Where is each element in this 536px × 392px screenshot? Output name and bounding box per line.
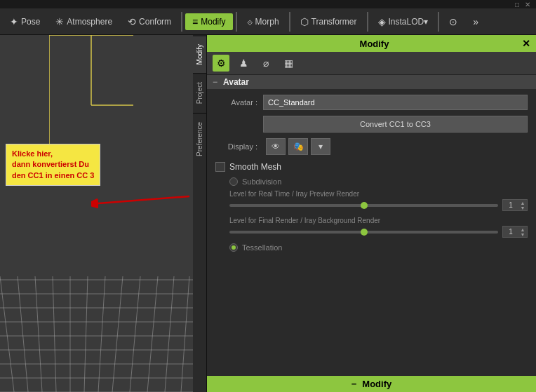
tab-project-label: Project [196, 82, 203, 104]
extra-icon: ⊙ [449, 16, 457, 27]
close-button[interactable]: ✕ [525, 1, 530, 8]
display-row: Display : 👁 🎭 ▾ [215, 138, 528, 155]
display-hat-button[interactable]: 🎭 [288, 138, 308, 155]
atmosphere-icon: ✳ [55, 16, 64, 27]
subdivision-radio[interactable] [229, 177, 238, 186]
tessellation-radio[interactable] [229, 243, 238, 252]
menu-item-instalod[interactable]: ◈ InstaLOD▾ [371, 13, 436, 30]
menu-item-pose[interactable]: ✦ Pose [3, 13, 47, 30]
instalod-icon: ◈ [378, 16, 386, 27]
avatar-section-title: Avatar [223, 77, 249, 87]
avatar-input[interactable] [263, 95, 528, 110]
top-bar: □ ✕ [0, 0, 536, 8]
transformer-icon: ⬡ [300, 16, 309, 27]
subdivision-row: Subdivision [215, 177, 528, 186]
smooth-mesh-checkbox[interactable] [215, 162, 225, 172]
annotation-text: Klicke hier,dann konvertierst Duden CC1 … [12, 149, 94, 180]
realtime-slider-arrows: ▲ ▼ [518, 201, 527, 210]
convert-cc1-button[interactable]: Convert CC1 to CC3 [263, 116, 528, 133]
panel-title: Modify [360, 39, 389, 49]
menu-bar: ✦ Pose ✳ Atmosphere ⟲ Conform ≡ Modify ⟐… [0, 8, 536, 35]
viewport: Klicke hier,dann konvertierst Duden CC1 … [0, 35, 193, 392]
finalrender-slider-row: 1 ▲ ▼ [215, 226, 528, 238]
sidebar-tabs: Modify Project Preference [193, 35, 207, 392]
panel-header: Modify ✕ [207, 35, 536, 52]
avatar-section-header: − Avatar [207, 75, 536, 89]
pose-icon: ✦ [10, 16, 18, 27]
finalrender-slider-thumb[interactable] [361, 229, 368, 236]
morph-menu-label: Morph [255, 17, 279, 27]
menu-item-transformer[interactable]: ⬡ Transformer [293, 13, 364, 30]
divider-5 [438, 12, 439, 32]
modify-menu-icon: ≡ [192, 16, 198, 27]
avatar-label: Avatar : [215, 98, 257, 107]
realtime-slider-track[interactable] [229, 204, 498, 207]
more-icon: » [473, 16, 478, 27]
bottom-minus-icon[interactable]: − [351, 379, 357, 389]
panel-close-button[interactable]: ✕ [522, 38, 530, 49]
toolbar-morph-icon[interactable]: ⌀ [257, 55, 274, 72]
main-layout: Klicke hier,dann konvertierst Duden CC1 … [0, 35, 536, 392]
modify-toolbar: ⚙ ♟ ⌀ ▦ [207, 52, 536, 75]
transformer-label: Transformer [311, 17, 357, 27]
morph-menu-icon: ⟐ [247, 16, 253, 27]
menu-item-atmosphere[interactable]: ✳ Atmosphere [48, 13, 119, 30]
atmosphere-label: Atmosphere [67, 17, 112, 27]
display-down-button[interactable]: ▾ [311, 138, 330, 155]
finalrender-slider-value-box: 1 ▲ ▼ [502, 226, 528, 238]
realtime-up-arrow[interactable]: ▲ [518, 201, 527, 205]
menu-item-extra[interactable]: ⊙ [442, 13, 464, 30]
tessellation-label: Tessellation [242, 243, 282, 252]
conform-icon: ⟲ [128, 16, 136, 27]
bottom-label: Modify [362, 379, 391, 389]
realtime-slider-row: 1 ▲ ▼ [215, 199, 528, 211]
finalrender-slider-track[interactable] [229, 231, 498, 234]
toolbar-checker-icon[interactable]: ▦ [280, 55, 297, 72]
minimize-button[interactable]: □ [515, 1, 519, 8]
realtime-slider-value-box: 1 ▲ ▼ [502, 199, 528, 211]
finalrender-slider-label: Level for Final Render / Iray Background… [215, 217, 528, 224]
panel-content: Avatar : Convert CC1 to CC3 Display : 👁 … [207, 89, 536, 376]
conform-label: Conform [139, 17, 171, 27]
display-eye-button[interactable]: 👁 [266, 138, 286, 155]
subdivision-label: Subdivision [242, 177, 281, 186]
sidebar-tab-modify[interactable]: Modify [193, 35, 206, 73]
finalrender-slider-value: 1 [503, 227, 518, 237]
realtime-slider-label: Level for Real Time / Iray Preview Rende… [215, 190, 528, 198]
bottom-bar: − Modify [207, 376, 536, 392]
realtime-slider-value: 1 [503, 200, 518, 210]
tessellation-row: Tessellation [215, 243, 528, 252]
section-minus-icon[interactable]: − [213, 77, 217, 87]
realtime-slider-thumb[interactable] [361, 202, 368, 209]
sidebar-tab-project[interactable]: Project [193, 73, 206, 112]
toolbar-sliders-icon[interactable]: ⚙ [213, 55, 229, 72]
smooth-mesh-label: Smooth Mesh [229, 162, 281, 172]
tab-preference-label: Preference [196, 122, 203, 156]
pose-label: Pose [21, 17, 40, 27]
finalrender-slider-arrows: ▲ ▼ [518, 227, 527, 237]
svg-line-26 [98, 196, 189, 203]
divider-3 [289, 12, 290, 32]
menu-item-conform[interactable]: ⟲ Conform [121, 13, 178, 30]
tab-modify-label: Modify [196, 44, 203, 65]
instalod-label: InstaLOD▾ [389, 17, 429, 27]
menu-item-modify[interactable]: ≡ Modify [185, 13, 233, 30]
red-arrow [91, 182, 193, 217]
toolbar-run-icon[interactable]: ♟ [235, 55, 252, 72]
sidebar-tab-preference[interactable]: Preference [193, 113, 206, 165]
grid-lines [0, 238, 193, 392]
modify-menu-label: Modify [201, 17, 225, 27]
display-label: Display : [215, 142, 257, 151]
modify-panel: Modify ✕ ⚙ ♟ ⌀ ▦ − Avatar Avatar : Conve [207, 35, 536, 392]
menu-item-morph[interactable]: ⟐ Morph [240, 13, 286, 30]
finalrender-up-arrow[interactable]: ▲ [518, 227, 527, 232]
divider-4 [367, 12, 368, 32]
smooth-mesh-row: Smooth Mesh [215, 162, 528, 172]
realtime-down-arrow[interactable]: ▼ [518, 205, 527, 210]
annotation-tooltip: Klicke hier,dann konvertierst Duden CC1 … [6, 144, 100, 186]
divider-2 [236, 12, 237, 32]
finalrender-down-arrow[interactable]: ▼ [518, 232, 527, 237]
avatar-row: Avatar : [215, 95, 528, 110]
menu-item-more[interactable]: » [466, 13, 485, 30]
convert-button-row: Convert CC1 to CC3 [215, 116, 528, 133]
